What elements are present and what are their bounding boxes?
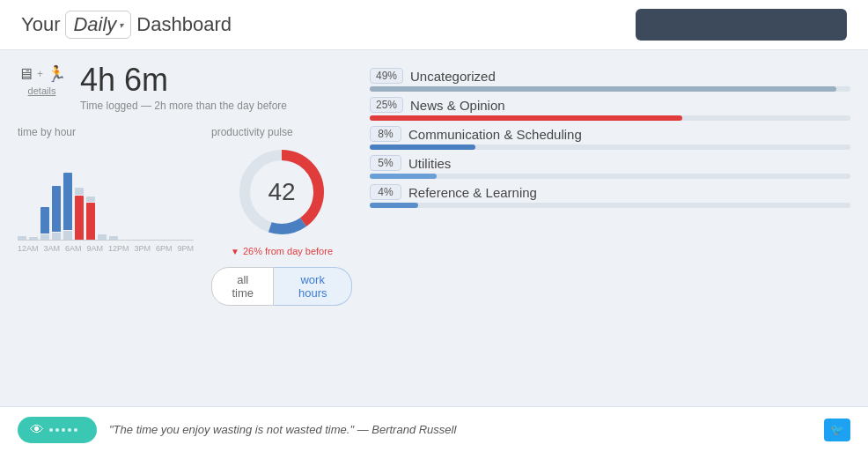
bar-group — [98, 144, 107, 240]
category-pct: 5% — [370, 155, 401, 171]
category-name: Uncategorized — [410, 69, 496, 84]
category-bar-fill — [370, 115, 682, 121]
category-bar-fill — [370, 174, 437, 179]
bar-segment-gray — [63, 231, 72, 240]
time-label: 12PM — [108, 244, 129, 253]
time-label: 9AM — [86, 244, 103, 253]
bar-segment-gray — [18, 236, 26, 240]
dot — [62, 428, 65, 432]
quote-icon-badge: 👁 — [18, 417, 97, 443]
charts-row: time by hour — [18, 126, 352, 392]
time-label: 9PM — [177, 244, 194, 253]
bar-group — [40, 144, 49, 240]
toggle-row: all time work hours — [211, 267, 352, 306]
category-name: Utilities — [408, 156, 451, 171]
category-name: News & Opinion — [410, 98, 505, 113]
daily-badge[interactable]: Daily ▾ — [65, 11, 131, 39]
bar-segment-red — [86, 203, 95, 240]
arrow-down-icon: ▼ — [231, 247, 239, 256]
time-label: 6AM — [65, 244, 82, 253]
category-pct: 25% — [370, 97, 403, 113]
category-header: 4% Reference & Learning — [370, 184, 850, 200]
category-row-uncategorized: 49% Uncategorized — [370, 68, 850, 92]
main-content: 🖥 + 🏃 details 4h 6m Time logged — 2h mor… — [0, 50, 868, 406]
time-label: 12AM — [18, 244, 39, 253]
title-suffix: Dashboard — [136, 13, 232, 36]
bar-segment-gray — [75, 188, 84, 195]
category-bar-track — [370, 115, 850, 121]
plus-icon: + — [37, 68, 43, 80]
bar-segment-blue — [40, 207, 49, 233]
bar-segment-gray — [109, 236, 118, 240]
category-bar-fill — [370, 144, 475, 150]
bar-group — [86, 144, 95, 240]
bar-segment-blue — [52, 186, 61, 232]
title-prefix: Your — [21, 13, 60, 36]
category-bar-fill — [370, 203, 418, 208]
quote-text: "The time you enjoy wasting is not waste… — [109, 423, 812, 436]
eye-icon: 👁 — [30, 422, 44, 438]
bar-group — [29, 144, 38, 240]
category-bar-track — [370, 174, 850, 179]
category-header: 49% Uncategorized — [370, 68, 850, 84]
header-title: Your Daily ▾ Dashboard — [21, 11, 232, 39]
twitter-bird-icon: 🐦 — [830, 423, 844, 436]
donut-section: productivity pulse 42 ▼ — [211, 126, 352, 392]
dot — [74, 428, 77, 432]
category-bar-track — [370, 144, 850, 150]
category-row-utilities: 5% Utilities — [370, 155, 850, 179]
bar-group — [52, 144, 61, 240]
bar-segment-gray — [40, 234, 49, 240]
time-info: 4h 6m Time logged — 2h more than the day… — [80, 64, 287, 112]
bar-segment-gray — [29, 237, 38, 240]
right-panel: 49% Uncategorized 25% News & Opinion — [370, 64, 850, 392]
device-details[interactable]: 🖥 + 🏃 details — [18, 64, 66, 96]
dot — [49, 428, 53, 432]
monitor-icon: 🖥 — [18, 65, 33, 84]
category-row-news: 25% News & Opinion — [370, 97, 850, 121]
time-label: 3PM — [134, 244, 151, 253]
quote-bar: 👁 "The time you enjoy wasting is not was… — [0, 406, 868, 452]
category-bar-fill — [370, 86, 836, 92]
device-icons-row: 🖥 + 🏃 — [18, 64, 66, 84]
category-row-reference: 4% Reference & Learning — [370, 184, 850, 208]
bar-chart: 12AM 3AM 6AM 9AM 12PM 3PM 6PM 9PM — [18, 144, 194, 392]
category-row-communication: 8% Communication & Scheduling — [370, 126, 850, 150]
category-header: 25% News & Opinion — [370, 97, 850, 113]
big-time: 4h 6m — [80, 64, 287, 96]
bar-segment-blue — [63, 173, 72, 230]
work-hours-button[interactable]: work hours — [274, 267, 352, 306]
bar-group — [18, 144, 26, 240]
details-link[interactable]: details — [28, 85, 56, 96]
chevron-down-icon: ▾ — [119, 20, 123, 30]
bar-group — [75, 144, 84, 240]
day-change: ▼ 26% from day before — [231, 246, 333, 256]
time-label: 6PM — [156, 244, 173, 253]
category-header: 5% Utilities — [370, 155, 850, 171]
donut-score: 42 — [268, 178, 295, 206]
app-container: Your Daily ▾ Dashboard 🖥 + 🏃 details — [0, 0, 868, 452]
bar-chart-label: time by hour — [18, 126, 194, 138]
donut-chart: 42 — [233, 144, 330, 241]
bar-group — [63, 144, 72, 240]
dot — [68, 428, 71, 432]
runner-icon: 🏃 — [47, 64, 66, 84]
dot — [55, 428, 59, 432]
twitter-share-button[interactable]: 🐦 — [824, 419, 850, 441]
category-pct: 8% — [370, 126, 401, 142]
all-time-button[interactable]: all time — [211, 267, 274, 306]
bar-chart-section: time by hour — [18, 126, 194, 392]
header: Your Daily ▾ Dashboard — [0, 0, 868, 50]
category-name: Reference & Learning — [408, 185, 537, 200]
daily-label: Daily — [73, 13, 116, 36]
bar-group — [109, 144, 118, 240]
time-label: 3AM — [43, 244, 60, 253]
time-subtitle: Time logged — 2h more than the day befor… — [80, 100, 287, 112]
left-panel: 🖥 + 🏃 details 4h 6m Time logged — 2h mor… — [18, 64, 352, 392]
bar-segment-red — [75, 196, 84, 240]
category-pct: 4% — [370, 184, 401, 200]
category-header: 8% Communication & Scheduling — [370, 126, 850, 142]
bar-segment-gray — [52, 233, 61, 240]
time-labels: 12AM 3AM 6AM 9AM 12PM 3PM 6PM 9PM — [18, 244, 194, 253]
nav-button[interactable] — [636, 9, 847, 41]
